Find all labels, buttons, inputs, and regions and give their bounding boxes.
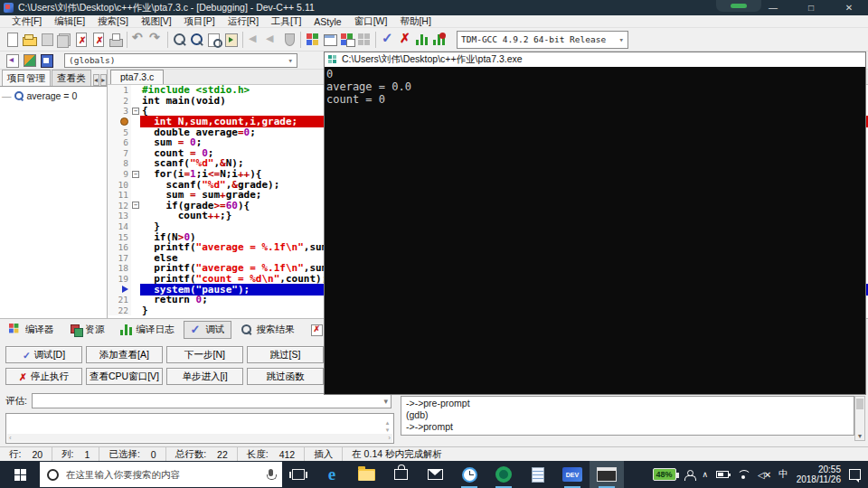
gutter[interactable]: 7 — [108, 148, 131, 159]
spinner-icon[interactable]: ▴▾ — [382, 419, 392, 434]
print-icon[interactable] — [107, 31, 124, 49]
start-button[interactable] — [0, 461, 40, 488]
evaluate-output[interactable]: ▴▾ ‹› — [5, 413, 394, 444]
taskbar-app-mail[interactable] — [418, 461, 452, 488]
gutter[interactable]: 6 — [108, 137, 131, 148]
jump-back-icon[interactable] — [4, 52, 21, 70]
globals-combo[interactable]: (globals) ▾ — [64, 53, 297, 68]
console-title-bar[interactable]: C:\Users\刘伟\Desktop\c++作业\pta7.3.exe — [325, 52, 865, 67]
scroll-right-icon[interactable]: ▸ — [100, 74, 107, 86]
gutter[interactable]: 12 — [108, 201, 131, 211]
compile-run-icon[interactable] — [338, 31, 355, 49]
menu-item-4[interactable]: 视图[V] — [135, 15, 178, 28]
gutter[interactable] — [108, 117, 131, 127]
people-icon[interactable] — [684, 470, 694, 480]
menu-item-8[interactable]: AStyle — [307, 16, 347, 27]
debug-button-添加查看[A][interactable]: 添加查看[A] — [86, 346, 163, 363]
menu-item-5[interactable]: 项目[P] — [178, 15, 222, 28]
fold-toggle-icon[interactable]: − — [132, 171, 139, 178]
vertical-scrollbar[interactable]: ▾ — [854, 396, 865, 441]
debug-button-跳过[S][interactable]: 跳过[S] — [247, 346, 324, 363]
gutter[interactable]: 15 — [108, 231, 131, 242]
debug-button-单步进入[i][interactable]: 单步进入[i] — [166, 368, 243, 385]
gutter[interactable]: 19 — [108, 274, 131, 285]
taskbar-app-explorer[interactable] — [349, 461, 383, 488]
gutter[interactable]: 1 — [108, 85, 131, 96]
menu-item-2[interactable]: 编辑[E] — [48, 15, 91, 28]
run-icon[interactable] — [321, 31, 338, 49]
taskbar-app-console[interactable] — [590, 461, 624, 488]
console-window[interactable]: C:\Users\刘伟\Desktop\c++作业\pta7.3.exe 0av… — [324, 52, 866, 395]
gutter[interactable]: 16 — [108, 242, 131, 253]
watch-item[interactable]: — average = 0 — [0, 87, 107, 105]
ime-indicator[interactable]: 中 — [778, 468, 788, 481]
gutter[interactable]: 9 — [108, 169, 131, 180]
debug-button-跳过函数[interactable]: 跳过函数 — [247, 368, 324, 385]
gutter[interactable]: 22 — [108, 305, 131, 315]
taskbar-app-store[interactable] — [383, 461, 418, 488]
gutter[interactable]: 2 — [108, 96, 131, 107]
debug-button-查看CPU窗口[V][interactable]: 查看CPU窗口[V] — [86, 368, 163, 385]
gutter[interactable]: 21 — [108, 295, 131, 305]
fold-toggle-icon[interactable]: − — [132, 108, 139, 115]
save-all-icon[interactable] — [55, 31, 72, 49]
taskbar-app-edge[interactable]: e — [315, 461, 349, 488]
undo-icon[interactable] — [130, 31, 147, 49]
tray-expand-icon[interactable]: ∧ — [703, 470, 709, 479]
back-icon[interactable] — [246, 31, 263, 49]
taskbar-search[interactable] — [40, 462, 282, 487]
compile-icon[interactable] — [304, 31, 321, 49]
new-file-icon[interactable] — [4, 31, 21, 49]
jump-forward-icon[interactable] — [21, 52, 38, 70]
delete-profiling-icon[interactable] — [430, 31, 448, 49]
editor-tab[interactable]: pta7.3.c — [110, 70, 164, 84]
gutter[interactable]: 5 — [108, 127, 131, 137]
gutter[interactable]: 17 — [108, 253, 131, 264]
tab-调试[interactable]: 调试 — [184, 321, 231, 339]
battery-icon[interactable] — [716, 471, 729, 478]
maximize-button[interactable]: □ — [792, 0, 830, 15]
class-browser-icon[interactable] — [38, 52, 55, 70]
microphone-icon[interactable] — [267, 469, 275, 481]
gutter[interactable]: 11 — [108, 190, 131, 201]
panel-tab-1[interactable]: 项目管理 — [2, 70, 51, 86]
debug-check-icon[interactable] — [379, 31, 396, 49]
find-next-icon[interactable] — [188, 31, 205, 49]
evaluate-input[interactable]: ▾ — [32, 393, 392, 408]
taskbar-app-clock[interactable] — [452, 461, 486, 488]
find-icon[interactable] — [171, 31, 188, 49]
abort-icon[interactable] — [396, 31, 413, 49]
search-input[interactable] — [66, 469, 259, 480]
debug-button-调试[D][interactable]: ✓调试[D] — [5, 346, 82, 363]
action-center-icon[interactable] — [849, 469, 861, 480]
menu-item-10[interactable]: 帮助[H] — [393, 15, 437, 28]
tab-搜索结果[interactable]: 搜索结果 — [234, 321, 301, 339]
gutter[interactable]: 18 — [108, 263, 131, 274]
forward-icon[interactable] — [263, 31, 280, 49]
task-view-button[interactable] — [282, 461, 315, 488]
taskbar-clock[interactable]: 20:55 2018/11/26 — [797, 465, 841, 484]
battery-saver-badge[interactable]: 48% — [653, 468, 676, 481]
gutter[interactable]: 13 — [108, 211, 131, 221]
replace-icon[interactable] — [205, 31, 222, 49]
goto-line-icon[interactable] — [222, 31, 240, 49]
profile-chart-icon[interactable] — [413, 31, 430, 49]
close-file-icon[interactable] — [72, 31, 90, 49]
horizontal-scrollbar[interactable]: ‹› — [7, 434, 392, 442]
taskbar-app-devcpp[interactable]: DEV — [555, 461, 590, 488]
taskbar-app-green-app[interactable] — [486, 461, 521, 488]
menu-item-9[interactable]: 窗口[W] — [348, 15, 394, 28]
gutter[interactable]: 10 — [108, 179, 131, 190]
close-button[interactable]: ✕ — [830, 0, 868, 15]
debug-button-停止执行[interactable]: ✗停止执行 — [5, 368, 82, 385]
close-all-icon[interactable] — [90, 31, 107, 49]
volume-muted-icon[interactable]: ◁✕ — [758, 470, 770, 480]
gutter[interactable]: 14 — [108, 221, 131, 232]
gutter[interactable] — [108, 284, 131, 295]
gutter[interactable]: 3 — [108, 106, 131, 117]
breakpoint-icon[interactable] — [120, 117, 128, 126]
menu-item-1[interactable]: 文件[F] — [5, 15, 48, 28]
scroll-down-icon[interactable]: ▾ — [855, 432, 864, 440]
fold-toggle-icon[interactable]: − — [132, 202, 139, 209]
panel-tab-2[interactable]: 查看类 — [52, 70, 91, 86]
